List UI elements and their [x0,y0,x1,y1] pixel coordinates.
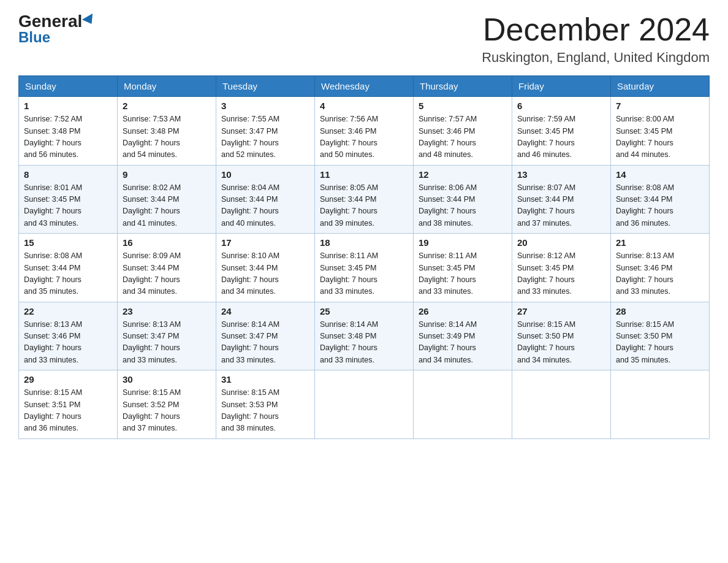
day-info: Sunrise: 8:04 AMSunset: 3:44 PMDaylight:… [221,182,309,230]
day-info: Sunrise: 8:12 AMSunset: 3:45 PMDaylight:… [517,250,605,298]
calendar-header-row: SundayMondayTuesdayWednesdayThursdayFrid… [19,76,710,97]
day-info: Sunrise: 8:09 AMSunset: 3:44 PMDaylight:… [123,250,211,298]
day-info: Sunrise: 8:07 AMSunset: 3:44 PMDaylight:… [517,182,605,230]
header-wednesday: Wednesday [315,76,414,97]
day-number: 10 [221,169,309,180]
day-number: 26 [419,306,507,316]
week-row-4: 22Sunrise: 8:13 AMSunset: 3:46 PMDayligh… [19,302,710,370]
day-cell [414,370,512,439]
day-cell: 20Sunrise: 8:12 AMSunset: 3:45 PMDayligh… [512,234,611,302]
day-info: Sunrise: 8:15 AMSunset: 3:51 PMDaylight:… [24,387,112,435]
day-number: 7 [616,101,704,111]
day-cell: 31Sunrise: 8:15 AMSunset: 3:53 PMDayligh… [216,370,315,439]
calendar-table: SundayMondayTuesdayWednesdayThursdayFrid… [18,75,710,439]
day-number: 29 [24,374,112,385]
day-number: 15 [24,237,112,248]
day-info: Sunrise: 7:57 AMSunset: 3:46 PMDaylight:… [419,113,507,161]
day-cell: 11Sunrise: 8:05 AMSunset: 3:44 PMDayligh… [315,165,414,234]
day-info: Sunrise: 8:15 AMSunset: 3:52 PMDaylight:… [123,387,211,435]
day-number: 20 [517,237,605,248]
day-info: Sunrise: 7:56 AMSunset: 3:46 PMDaylight:… [320,113,408,161]
day-cell: 16Sunrise: 8:09 AMSunset: 3:44 PMDayligh… [118,234,216,302]
header-thursday: Thursday [414,76,512,97]
day-number: 24 [221,306,309,316]
day-number: 30 [123,374,211,385]
day-cell: 12Sunrise: 8:06 AMSunset: 3:44 PMDayligh… [414,165,512,234]
week-row-3: 15Sunrise: 8:08 AMSunset: 3:44 PMDayligh… [19,234,710,302]
header-saturday: Saturday [611,76,710,97]
day-info: Sunrise: 7:53 AMSunset: 3:48 PMDaylight:… [123,113,211,161]
day-info: Sunrise: 8:13 AMSunset: 3:46 PMDaylight:… [24,319,112,367]
day-info: Sunrise: 8:14 AMSunset: 3:47 PMDaylight:… [221,319,309,367]
day-number: 17 [221,237,309,248]
day-info: Sunrise: 7:59 AMSunset: 3:45 PMDaylight:… [517,113,605,161]
day-info: Sunrise: 8:00 AMSunset: 3:45 PMDaylight:… [616,113,704,161]
logo-blue: Blue [18,29,50,46]
day-cell: 8Sunrise: 8:01 AMSunset: 3:45 PMDaylight… [19,165,118,234]
day-cell: 26Sunrise: 8:14 AMSunset: 3:49 PMDayligh… [414,302,512,370]
day-number: 14 [616,169,704,180]
day-cell: 17Sunrise: 8:10 AMSunset: 3:44 PMDayligh… [216,234,315,302]
day-info: Sunrise: 8:02 AMSunset: 3:44 PMDaylight:… [123,182,211,230]
day-cell: 14Sunrise: 8:08 AMSunset: 3:44 PMDayligh… [611,165,710,234]
day-number: 16 [123,237,211,248]
day-number: 25 [320,306,408,316]
day-number: 11 [320,169,408,180]
day-info: Sunrise: 8:13 AMSunset: 3:47 PMDaylight:… [123,319,211,367]
day-info: Sunrise: 8:15 AMSunset: 3:50 PMDaylight:… [616,319,704,367]
day-cell: 21Sunrise: 8:13 AMSunset: 3:46 PMDayligh… [611,234,710,302]
day-cell: 25Sunrise: 8:14 AMSunset: 3:48 PMDayligh… [315,302,414,370]
day-info: Sunrise: 7:52 AMSunset: 3:48 PMDaylight:… [24,113,112,161]
month-title: December 2024 [482,12,710,47]
day-info: Sunrise: 8:15 AMSunset: 3:53 PMDaylight:… [221,387,309,435]
title-area: December 2024 Ruskington, England, Unite… [482,12,710,66]
day-cell [611,370,710,439]
day-info: Sunrise: 8:13 AMSunset: 3:46 PMDaylight:… [616,250,704,298]
day-number: 23 [123,306,211,316]
location-title: Ruskington, England, United Kingdom [482,50,710,66]
header-sunday: Sunday [19,76,118,97]
day-number: 2 [123,101,211,111]
day-cell: 4Sunrise: 7:56 AMSunset: 3:46 PMDaylight… [315,97,414,166]
day-info: Sunrise: 8:08 AMSunset: 3:44 PMDaylight:… [24,250,112,298]
day-cell: 23Sunrise: 8:13 AMSunset: 3:47 PMDayligh… [118,302,216,370]
day-cell: 30Sunrise: 8:15 AMSunset: 3:52 PMDayligh… [118,370,216,439]
day-info: Sunrise: 7:55 AMSunset: 3:47 PMDaylight:… [221,113,309,161]
day-number: 5 [419,101,507,111]
day-number: 21 [616,237,704,248]
day-info: Sunrise: 8:05 AMSunset: 3:44 PMDaylight:… [320,182,408,230]
day-info: Sunrise: 8:14 AMSunset: 3:48 PMDaylight:… [320,319,408,367]
day-number: 19 [419,237,507,248]
day-info: Sunrise: 8:11 AMSunset: 3:45 PMDaylight:… [419,250,507,298]
day-info: Sunrise: 8:15 AMSunset: 3:50 PMDaylight:… [517,319,605,367]
day-number: 9 [123,169,211,180]
day-cell: 19Sunrise: 8:11 AMSunset: 3:45 PMDayligh… [414,234,512,302]
week-row-1: 1Sunrise: 7:52 AMSunset: 3:48 PMDaylight… [19,97,710,166]
day-info: Sunrise: 8:06 AMSunset: 3:44 PMDaylight:… [419,182,507,230]
day-info: Sunrise: 8:11 AMSunset: 3:45 PMDaylight:… [320,250,408,298]
day-info: Sunrise: 8:14 AMSunset: 3:49 PMDaylight:… [419,319,507,367]
day-number: 18 [320,237,408,248]
day-number: 4 [320,101,408,111]
day-cell: 27Sunrise: 8:15 AMSunset: 3:50 PMDayligh… [512,302,611,370]
logo-area: General Blue [18,12,96,46]
day-cell [512,370,611,439]
day-number: 28 [616,306,704,316]
header-tuesday: Tuesday [216,76,315,97]
page-header: General Blue December 2024 Ruskington, E… [18,12,710,66]
day-info: Sunrise: 8:08 AMSunset: 3:44 PMDaylight:… [616,182,704,230]
day-number: 13 [517,169,605,180]
day-number: 6 [517,101,605,111]
day-cell: 3Sunrise: 7:55 AMSunset: 3:47 PMDaylight… [216,97,315,166]
day-cell: 18Sunrise: 8:11 AMSunset: 3:45 PMDayligh… [315,234,414,302]
logo-triangle-icon [82,13,97,27]
day-cell: 22Sunrise: 8:13 AMSunset: 3:46 PMDayligh… [19,302,118,370]
day-number: 27 [517,306,605,316]
day-cell: 28Sunrise: 8:15 AMSunset: 3:50 PMDayligh… [611,302,710,370]
day-cell: 24Sunrise: 8:14 AMSunset: 3:47 PMDayligh… [216,302,315,370]
day-cell: 2Sunrise: 7:53 AMSunset: 3:48 PMDaylight… [118,97,216,166]
day-cell: 5Sunrise: 7:57 AMSunset: 3:46 PMDaylight… [414,97,512,166]
day-cell: 7Sunrise: 8:00 AMSunset: 3:45 PMDaylight… [611,97,710,166]
day-number: 1 [24,101,112,111]
week-row-5: 29Sunrise: 8:15 AMSunset: 3:51 PMDayligh… [19,370,710,439]
